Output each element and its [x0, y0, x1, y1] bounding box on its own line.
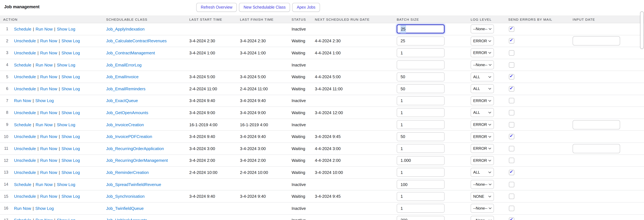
- batch-size-input[interactable]: [397, 204, 444, 213]
- batch-size-input[interactable]: 25: [397, 25, 444, 33]
- batch-size-input[interactable]: [397, 180, 444, 189]
- send-errors-checkbox[interactable]: [509, 122, 514, 127]
- action-link-run-now[interactable]: Run Now: [36, 27, 52, 31]
- send-errors-checkbox[interactable]: [509, 110, 514, 115]
- vertical-scrollbar[interactable]: [640, 0, 644, 220]
- action-link-unschedule[interactable]: Unschedule: [14, 158, 36, 163]
- action-link-schedule[interactable]: Schedule: [14, 218, 31, 220]
- send-errors-checkbox[interactable]: [509, 182, 514, 187]
- send-errors-checkbox[interactable]: ✔: [509, 26, 514, 32]
- action-link-unschedule[interactable]: Unschedule: [14, 170, 36, 175]
- log-level-select[interactable]: --None--: [471, 180, 494, 189]
- scrollbar-thumb[interactable]: [640, 11, 644, 49]
- log-level-select[interactable]: ERROR: [471, 37, 494, 45]
- batch-size-input[interactable]: [397, 37, 444, 45]
- log-level-select[interactable]: ERROR: [471, 156, 494, 165]
- action-link-show-log[interactable]: Show Log: [62, 87, 80, 91]
- action-link-run-now[interactable]: Run Now: [40, 110, 57, 115]
- send-errors-checkbox[interactable]: ✔: [509, 38, 514, 44]
- log-level-select[interactable]: --None--: [471, 204, 494, 213]
- schedulable-class-link[interactable]: Job_TwinfieldQueue: [106, 206, 144, 211]
- action-link-unschedule[interactable]: Unschedule: [14, 39, 36, 43]
- action-link-show-log[interactable]: Show Log: [62, 39, 80, 43]
- action-link-show-log[interactable]: Show Log: [35, 98, 54, 103]
- action-link-run-now[interactable]: Run Now: [40, 87, 57, 91]
- action-link-run-now[interactable]: Run Now: [36, 182, 52, 187]
- schedulable-class-link[interactable]: Job_InvoicePDFCreation: [106, 134, 152, 139]
- log-level-select[interactable]: ALL: [471, 72, 494, 81]
- send-errors-checkbox[interactable]: [509, 62, 514, 68]
- schedulable-class-link[interactable]: Job_ContractManagement: [106, 51, 155, 55]
- action-link-schedule[interactable]: Schedule: [14, 182, 31, 187]
- action-link-show-log[interactable]: Show Log: [62, 110, 80, 115]
- action-link-schedule[interactable]: Schedule: [14, 62, 31, 67]
- batch-size-input[interactable]: [397, 120, 444, 129]
- schedulable-class-link[interactable]: Job_EmailErrorLog: [106, 62, 142, 67]
- log-level-select[interactable]: --None--: [471, 216, 494, 220]
- schedulable-class-link[interactable]: Job_RecurringOrderManagement: [106, 158, 168, 163]
- action-link-unschedule[interactable]: Unschedule: [14, 194, 36, 199]
- action-link-unschedule[interactable]: Unschedule: [14, 87, 36, 91]
- log-level-select[interactable]: ERROR: [471, 120, 494, 129]
- action-link-schedule[interactable]: Schedule: [14, 122, 31, 127]
- schedulable-class-link[interactable]: Job_GetOpenAmounts: [106, 110, 148, 115]
- refresh-overview-button[interactable]: Refresh Overview: [196, 3, 237, 12]
- action-link-show-log[interactable]: Show Log: [62, 194, 80, 199]
- action-link-run-now[interactable]: Run Now: [40, 194, 57, 199]
- action-link-run-now[interactable]: Run Now: [40, 134, 57, 139]
- action-link-show-log[interactable]: Show Log: [57, 182, 75, 187]
- log-level-select[interactable]: --None--: [471, 25, 494, 33]
- action-link-unschedule[interactable]: Unschedule: [14, 146, 36, 151]
- send-errors-checkbox[interactable]: ✔: [509, 134, 514, 139]
- send-errors-checkbox[interactable]: [509, 158, 514, 163]
- action-link-show-log[interactable]: Show Log: [57, 122, 75, 127]
- schedulable-class-link[interactable]: Job_RecurringOrderApplication: [106, 146, 164, 151]
- action-link-run-now[interactable]: Run Now: [40, 74, 57, 79]
- schedulable-class-link[interactable]: Job_ApplyIndexation: [106, 27, 144, 31]
- action-link-show-log[interactable]: Show Log: [57, 27, 75, 31]
- action-link-show-log[interactable]: Show Log: [62, 74, 80, 79]
- send-errors-checkbox[interactable]: ✔: [509, 170, 514, 175]
- log-level-select[interactable]: NONE: [471, 192, 494, 201]
- log-level-select[interactable]: ALL: [471, 108, 494, 117]
- batch-size-input[interactable]: [397, 132, 444, 141]
- input-date-field[interactable]: [572, 120, 620, 129]
- action-link-schedule[interactable]: Schedule: [14, 27, 31, 31]
- input-date-field[interactable]: [572, 36, 620, 46]
- schedulable-class-link[interactable]: Job_Synchronisation: [106, 194, 144, 199]
- action-link-unschedule[interactable]: Unschedule: [14, 110, 36, 115]
- batch-size-input[interactable]: [397, 48, 444, 57]
- schedulable-class-link[interactable]: Job_EmailReminders: [106, 87, 146, 91]
- batch-size-input[interactable]: [397, 144, 444, 153]
- apex-jobs-button[interactable]: Apex Jobs: [292, 3, 320, 12]
- schedulable-class-link[interactable]: Job_UnblockAccounts: [106, 218, 147, 220]
- batch-size-input[interactable]: [397, 156, 444, 165]
- action-link-show-log[interactable]: Show Log: [62, 146, 80, 151]
- action-link-show-log[interactable]: Show Log: [62, 170, 80, 175]
- action-link-run-now[interactable]: Run Now: [14, 98, 31, 103]
- log-level-select[interactable]: ALL: [471, 168, 494, 177]
- send-errors-checkbox[interactable]: [509, 146, 514, 151]
- batch-size-input[interactable]: [397, 168, 444, 177]
- action-link-unschedule[interactable]: Unschedule: [14, 134, 36, 139]
- send-errors-checkbox[interactable]: ✔: [509, 74, 514, 80]
- schedulable-class-link[interactable]: Job_InvoiceCreation: [106, 122, 144, 127]
- log-level-select[interactable]: ERROR: [471, 132, 494, 141]
- send-errors-checkbox[interactable]: [509, 206, 514, 211]
- schedulable-class-link[interactable]: Job_CalculateContractRevenues: [106, 39, 167, 43]
- action-link-run-now[interactable]: Run Now: [36, 122, 52, 127]
- send-errors-checkbox[interactable]: [509, 98, 514, 104]
- send-errors-checkbox[interactable]: ✔: [509, 86, 514, 92]
- schedulable-class-link[interactable]: Job_ExactQueue: [106, 98, 138, 103]
- action-link-run-now[interactable]: Run Now: [40, 146, 57, 151]
- batch-size-input[interactable]: [397, 108, 444, 117]
- schedulable-class-link[interactable]: Job_ReminderCreation: [106, 170, 149, 175]
- log-level-select[interactable]: ALL: [471, 84, 494, 93]
- batch-size-input[interactable]: [397, 72, 444, 81]
- action-link-show-log[interactable]: Show Log: [62, 158, 80, 163]
- action-link-show-log[interactable]: Show Log: [57, 62, 75, 67]
- send-errors-checkbox[interactable]: [509, 194, 514, 199]
- schedulable-class-link[interactable]: Job_SpreadTwinfieldRevenue: [106, 182, 161, 187]
- log-level-select[interactable]: ERROR: [471, 48, 494, 57]
- action-link-run-now[interactable]: Run Now: [40, 51, 57, 55]
